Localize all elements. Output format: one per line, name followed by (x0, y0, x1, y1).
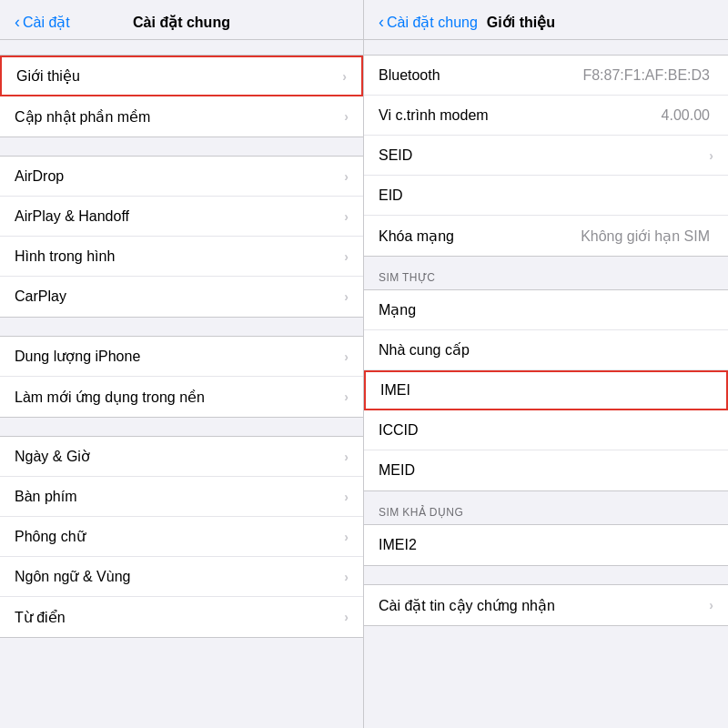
chevron-ban-phim: › (344, 490, 349, 504)
item-right-dung-luong: › (344, 349, 349, 364)
sidebar-item-phong-chu[interactable]: Phông chữ › (0, 517, 363, 557)
label-khoa-mang: Khóa mạng (379, 228, 454, 245)
item-right-phong-chu: › (344, 530, 349, 544)
chevron-phong-chu: › (344, 530, 349, 544)
item-label-ngon-ngu: Ngôn ngữ & Vùng (15, 568, 130, 585)
item-right-carplay: › (344, 289, 349, 304)
item-eid: EID (364, 176, 728, 216)
label-cai-dat-tin-cay: Cài đặt tin cậy chứng nhận (379, 597, 555, 614)
item-right-seid: › (709, 148, 713, 163)
item-cai-dat-tin-cay[interactable]: Cài đặt tin cậy chứng nhận › (364, 585, 728, 625)
chevron-hinh: › (344, 249, 349, 264)
item-label-ban-phim: Bàn phím (15, 489, 76, 505)
chevron-dung-luong: › (344, 349, 349, 364)
item-right-cai-dat-tin-cay: › (709, 598, 713, 612)
item-right-cap-nhat: › (344, 109, 349, 124)
chevron-lam-moi: › (344, 389, 349, 404)
item-right-ban-phim: › (344, 490, 349, 504)
item-label-dung-luong: Dung lượng iPhone (15, 348, 140, 365)
label-bluetooth: Bluetooth (379, 67, 440, 84)
sidebar-item-ngon-ngu[interactable]: Ngôn ngữ & Vùng › (0, 557, 363, 597)
back-button-left[interactable]: ‹ Cài đặt (15, 13, 70, 32)
settings-list-3: Dung lượng iPhone › Làm mới ứng dụng tro… (0, 336, 363, 418)
back-label-left: Cài đặt (23, 14, 70, 31)
sidebar-item-carplay[interactable]: CarPlay › (0, 277, 363, 317)
label-iccid: ICCID (379, 422, 419, 439)
sidebar-item-lam-moi[interactable]: Làm mới ứng dụng trong nền › (0, 377, 363, 417)
settings-list-1: Giới thiệu › Cập nhật phần mềm › (0, 55, 363, 137)
item-label-ngay-gio: Ngày & Giờ (15, 448, 90, 465)
label-nha-cung-cap: Nhà cung cấp (379, 341, 470, 359)
item-label-gioi-thieu: Giới thiệu (16, 67, 80, 85)
item-right-ngon-ngu: › (344, 570, 349, 584)
item-label-airplay: AirPlay & Handoff (15, 208, 129, 225)
settings-group-4: Ngày & Giờ › Bàn phím › Phông chữ › (0, 436, 363, 638)
value-bluetooth: F8:87:F1:AF:BE:D3 (582, 67, 710, 84)
item-label-hinh-trong-hinh: Hình trong hình (15, 248, 115, 265)
back-chevron-right: ‹ (379, 13, 384, 32)
item-right-tu-dien: › (344, 610, 349, 624)
label-meid: MEID (379, 462, 415, 479)
bottom-settings-list: Cài đặt tin cậy chứng nhận › (364, 584, 728, 626)
item-meid: MEID (364, 450, 728, 490)
label-seid: SEID (379, 147, 412, 164)
left-nav-bar: ‹ Cài đặt Cài đặt chung (0, 0, 363, 40)
item-imei2: IMEI2 (364, 525, 728, 565)
sidebar-item-gioi-thieu[interactable]: Giới thiệu › (0, 56, 363, 96)
item-label-lam-moi: Làm mới ứng dụng trong nền (15, 389, 205, 406)
right-panel: ‹ Cài đặt chung Giới thiệu Bluetooth F8:… (364, 0, 728, 728)
item-label-carplay: CarPlay (15, 288, 66, 305)
sidebar-item-cap-nhat[interactable]: Cập nhật phần mềm › (0, 96, 363, 136)
label-mang: Mạng (379, 301, 416, 318)
item-right-ngay-gio: › (344, 450, 349, 464)
chevron-cap-nhat: › (344, 109, 349, 124)
item-seid[interactable]: SEID › (364, 136, 728, 176)
item-right-airdrop: › (344, 169, 349, 184)
chevron-gioi-thieu: › (342, 69, 347, 84)
sidebar-item-dung-luong[interactable]: Dung lượng iPhone › (0, 337, 363, 377)
label-imei2: IMEI2 (379, 537, 417, 553)
sidebar-item-ban-phim[interactable]: Bàn phím › (0, 477, 363, 517)
chevron-ngon-ngu: › (344, 570, 349, 584)
item-vi-ctrinh-modem: Vi c.trình modem 4.00.00 (364, 96, 728, 136)
item-label-phong-chu: Phông chữ (15, 528, 86, 545)
back-label-right: Cài đặt chung (387, 14, 478, 31)
item-iccid: ICCID (364, 410, 728, 450)
sidebar-item-hinh-trong-hinh[interactable]: Hình trong hình › (0, 237, 363, 277)
value-khoa-mang: Không giới hạn SIM (581, 228, 710, 245)
item-mang: Mạng (364, 290, 728, 330)
settings-group-3: Dung lượng iPhone › Làm mới ứng dụng tro… (0, 336, 363, 418)
item-label-airdrop: AirDrop (15, 168, 64, 185)
settings-list-4: Ngày & Giờ › Bàn phím › Phông chữ › (0, 436, 363, 638)
chevron-ngay-gio: › (344, 450, 349, 464)
sim-kha-dung-list: IMEI2 (364, 524, 728, 566)
chevron-carplay: › (344, 289, 349, 304)
item-right-lam-moi: › (344, 389, 349, 404)
right-nav-title: Giới thiệu (487, 14, 555, 31)
settings-group-2: AirDrop › AirPlay & Handoff › Hình trong… (0, 156, 363, 318)
settings-list-2: AirDrop › AirPlay & Handoff › Hình trong… (0, 156, 363, 318)
sidebar-item-tu-dien[interactable]: Từ điển › (0, 597, 363, 637)
sidebar-item-airdrop[interactable]: AirDrop › (0, 157, 363, 197)
sim-thuc-list: Mạng Nhà cung cấp IMEI ICCID MEID (364, 289, 728, 491)
chevron-cai-dat-tin-cay: › (709, 598, 713, 612)
item-right-airplay: › (344, 209, 349, 224)
sidebar-item-ngay-gio[interactable]: Ngày & Giờ › (0, 437, 363, 477)
label-vi-ctrinh-modem: Vi c.trình modem (379, 107, 489, 124)
item-khoa-mang: Khóa mạng Không giới hạn SIM (364, 216, 728, 256)
item-right-gioi-thieu: › (342, 69, 347, 84)
back-button-right[interactable]: ‹ Cài đặt chung (379, 13, 478, 32)
back-chevron-left: ‹ (15, 13, 20, 32)
left-scroll-area: Giới thiệu › Cập nhật phần mềm › AirDrop (0, 40, 363, 728)
chevron-airplay: › (344, 209, 349, 224)
label-eid: EID (379, 187, 403, 204)
sim-kha-dung-section: SIM KHẢ DỤNG IMEI2 (364, 491, 728, 566)
chevron-tu-dien: › (344, 610, 349, 624)
settings-group-1: Giới thiệu › Cập nhật phần mềm › (0, 55, 363, 137)
sim-thuc-header: SIM THỰC (364, 257, 728, 289)
label-imei: IMEI (380, 382, 410, 399)
sim-kha-dung-header: SIM KHẢ DỤNG (364, 491, 728, 524)
chevron-seid: › (709, 148, 713, 163)
item-label-tu-dien: Từ điển (15, 609, 66, 626)
sidebar-item-airplay[interactable]: AirPlay & Handoff › (0, 197, 363, 237)
